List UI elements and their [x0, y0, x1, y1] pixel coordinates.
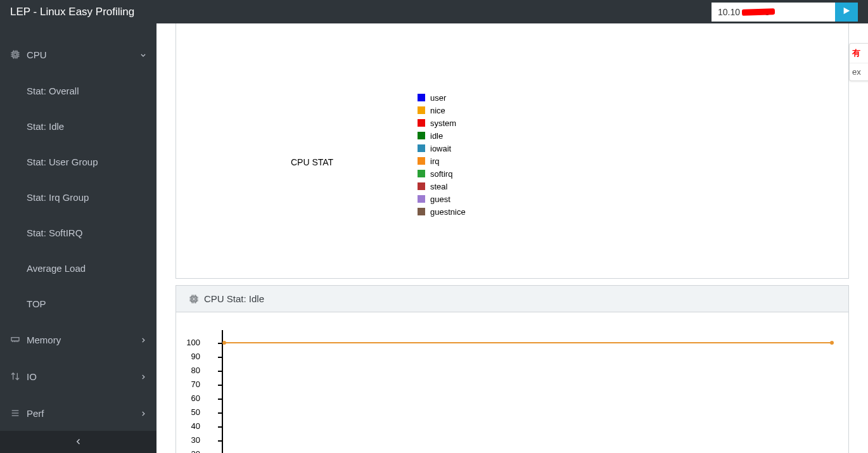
legend-label: steal — [430, 182, 447, 191]
y-axis-line — [222, 330, 223, 453]
sidebar-sub-stat-softirq[interactable]: Stat: SoftIRQ — [0, 215, 156, 250]
data-point — [830, 341, 834, 345]
sidebar-item-label: Perf — [27, 408, 44, 419]
swatch-icon — [418, 132, 425, 139]
y-tick: 20 — [181, 449, 200, 453]
legend-label: guestnice — [430, 207, 466, 217]
ip-input-wrap — [712, 3, 835, 22]
y-tick-mark — [218, 426, 223, 428]
io-icon — [10, 371, 20, 381]
legend-item-steal: steal — [418, 180, 466, 193]
top-bar: LEP - Linux Easy Profiling — [0, 0, 868, 23]
side-floating-panel[interactable]: 有 ex — [849, 43, 868, 81]
y-tick: 40 — [181, 421, 200, 431]
sidebar-sub-label: TOP — [27, 298, 46, 309]
sidebar-item-label: Memory — [27, 335, 61, 345]
y-tick: 80 — [181, 366, 200, 375]
legend-label: guest — [430, 195, 450, 204]
swatch-icon — [418, 182, 425, 190]
app-title: LEP - Linux Easy Profiling — [10, 6, 134, 18]
cpu-icon — [10, 49, 20, 60]
side-note-line2: ex — [852, 67, 867, 77]
sidebar-item-perf[interactable]: Perf — [0, 395, 156, 431]
main-content: CPU STAT user nice system idle iowait ir… — [156, 23, 868, 453]
swatch-icon — [418, 106, 425, 114]
swatch-icon — [418, 119, 425, 127]
legend-item-guest: guest — [418, 193, 466, 205]
swatch-icon — [418, 208, 425, 215]
cpu-icon — [189, 294, 199, 304]
swatch-icon — [418, 144, 425, 152]
legend-item-nice: nice — [418, 104, 466, 117]
connect-button[interactable] — [835, 3, 858, 22]
sidebar-collapse-button[interactable] — [0, 431, 156, 453]
sidebar-item-label: CPU — [27, 49, 47, 60]
legend-item-iowait: iowait — [418, 142, 466, 155]
sidebar-sub-label: Stat: Idle — [27, 121, 64, 132]
legend-item-softirq: softirq — [418, 167, 466, 180]
data-point — [222, 341, 226, 345]
idle-line-chart: 100 90 80 70 60 50 40 30 20 — [189, 325, 836, 453]
y-tick: 60 — [181, 393, 200, 403]
sidebar-sub-stat-irq-group[interactable]: Stat: Irq Group — [0, 179, 156, 215]
legend-label: softirq — [430, 169, 452, 179]
sidebar-sub-stat-idle[interactable]: Stat: Idle — [0, 108, 156, 144]
swatch-icon — [418, 157, 425, 165]
legend-item-user: user — [418, 91, 466, 104]
y-tick: 50 — [181, 407, 200, 417]
sidebar-sub-label: Stat: Irq Group — [27, 192, 89, 203]
legend-item-system: system — [418, 117, 466, 129]
svg-rect-25 — [191, 297, 196, 302]
chevron-right-icon — [140, 335, 146, 345]
chart-title: CPU STAT — [291, 157, 333, 167]
legend-item-idle: idle — [418, 129, 466, 142]
legend-label: system — [430, 118, 456, 128]
sidebar-item-io[interactable]: IO — [0, 358, 156, 395]
legend-label: nice — [430, 106, 445, 115]
sidebar-sub-average-load[interactable]: Average Load — [0, 250, 156, 286]
sidebar-item-cpu[interactable]: CPU — [0, 36, 156, 73]
swatch-icon — [418, 195, 425, 203]
svg-rect-26 — [193, 298, 195, 300]
divider — [850, 63, 868, 63]
sidebar-sub-label: Average Load — [27, 263, 86, 274]
y-tick: 100 — [181, 338, 200, 347]
y-tick-mark — [218, 412, 223, 414]
chevron-right-icon — [140, 408, 146, 419]
card-header: CPU Stat: Idle — [176, 286, 848, 312]
legend-label: user — [430, 93, 446, 103]
svg-rect-15 — [11, 338, 19, 341]
perf-icon — [10, 408, 20, 418]
ip-connect-group — [712, 3, 858, 22]
card-cpu-stat-legend: CPU STAT user nice system idle iowait ir… — [176, 23, 849, 279]
y-tick-mark — [218, 357, 223, 358]
chart-legend: user nice system idle iowait irq softirq… — [418, 91, 466, 218]
sidebar-sub-label: Stat: Overall — [27, 86, 79, 96]
legend-label: iowait — [430, 144, 451, 153]
y-tick: 70 — [181, 380, 200, 389]
y-tick-mark — [218, 399, 223, 400]
sidebar-item-memory[interactable]: Memory — [0, 321, 156, 358]
legend-item-guestnice: guestnice — [418, 205, 466, 218]
legend-label: idle — [430, 131, 443, 141]
sidebar-item-label: IO — [27, 371, 37, 382]
redaction-mark — [742, 8, 775, 16]
y-tick: 30 — [181, 435, 200, 445]
chevron-left-icon — [75, 437, 82, 448]
legend-label: irq — [430, 156, 439, 166]
y-tick: 90 — [181, 352, 200, 361]
sidebar-sub-stat-user-group[interactable]: Stat: User Group — [0, 144, 156, 179]
swatch-icon — [418, 170, 425, 177]
memory-icon — [10, 335, 20, 345]
play-icon — [842, 6, 851, 18]
swatch-icon — [418, 94, 425, 101]
sidebar-sub-stat-overall[interactable]: Stat: Overall — [0, 73, 156, 108]
chevron-right-icon — [140, 371, 146, 382]
sidebar-sub-top[interactable]: TOP — [0, 286, 156, 321]
card-cpu-stat-idle: CPU Stat: Idle 100 90 80 70 60 50 40 30 … — [176, 285, 849, 453]
idle-data-line — [224, 342, 832, 343]
y-tick-mark — [218, 440, 223, 442]
svg-marker-0 — [844, 7, 850, 14]
chevron-down-icon — [140, 49, 146, 60]
svg-rect-1 — [13, 52, 18, 57]
